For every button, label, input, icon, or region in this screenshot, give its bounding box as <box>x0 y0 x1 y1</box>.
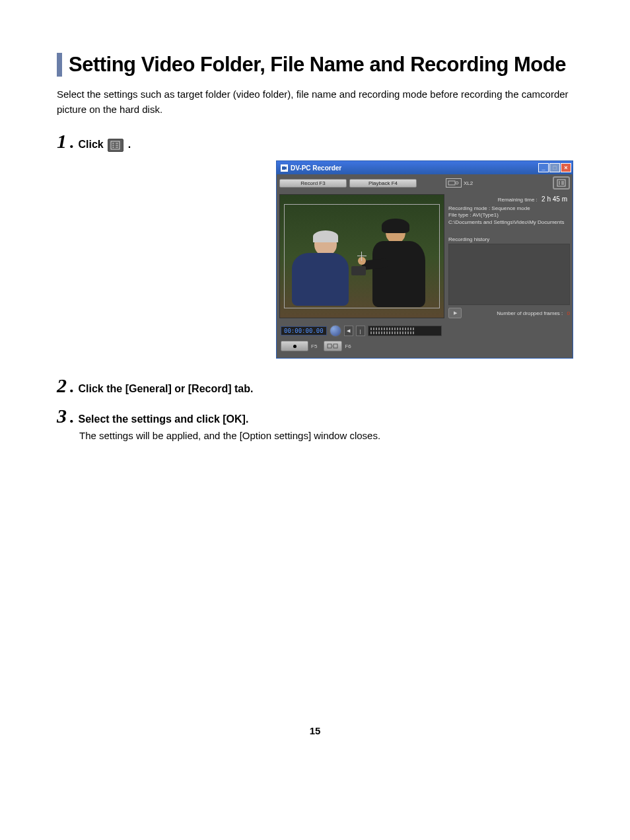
tab-playback[interactable]: Playback F4 <box>349 179 417 188</box>
split-button[interactable] <box>324 341 342 351</box>
camera-model: XL2 <box>464 180 473 186</box>
step-1-dot: . <box>70 133 75 153</box>
step-3-number: 3 <box>57 405 66 427</box>
title-block: Setting Video Folder, File Name and Reco… <box>57 53 573 77</box>
step-1-text: Click . <box>79 139 131 152</box>
dropped-frames-row: ▶ Number of dropped frames : 0 <box>448 308 570 318</box>
transport-controls: 00:00:00.00 ◀ | F5 F6 <box>277 321 573 358</box>
history-label: Recording history <box>448 236 570 242</box>
camera-indicator: XL2 <box>446 178 473 188</box>
svg-rect-19 <box>333 344 337 348</box>
info-path: C:\Documents and Settings\Video\My Docum… <box>448 219 570 226</box>
main-toolbar: Record F3 Playback F4 XL2 <box>277 174 573 192</box>
svg-rect-9 <box>448 181 455 185</box>
maximize-button[interactable]: □ <box>549 163 560 172</box>
remaining-label: Remaining time : <box>498 197 538 203</box>
step-2-number: 2 <box>57 374 66 397</box>
intro-text: Select the settings such as target folde… <box>57 87 573 117</box>
tab-record[interactable]: Record F3 <box>279 179 347 188</box>
step-2-text: Click the [General] or [Record] tab. <box>79 383 254 395</box>
step-back-button[interactable]: ◀ <box>344 326 353 336</box>
app-icon <box>281 164 288 172</box>
svg-marker-8 <box>285 166 287 170</box>
remaining-time: Remaining time : 2 h 45 m <box>448 194 570 204</box>
svg-rect-18 <box>328 344 332 348</box>
f5-label: F5 <box>311 343 317 349</box>
info-panel: Remaining time : 2 h 45 m Recording mode… <box>448 194 570 318</box>
f6-label: F6 <box>345 343 351 349</box>
step-1: 1 . Click . <box>57 130 573 153</box>
video-preview <box>279 194 444 318</box>
record-dot-icon <box>293 345 297 348</box>
record-button[interactable] <box>281 341 308 351</box>
play-history-button[interactable]: ▶ <box>448 308 462 318</box>
audio-meter <box>368 326 442 336</box>
window-controls: _ □ × <box>538 163 571 172</box>
timecode-display: 00:00:00.00 <box>281 326 327 335</box>
camera-icon <box>446 178 462 188</box>
jog-dial[interactable] <box>330 325 341 337</box>
remaining-value: 2 h 45 m <box>542 195 567 203</box>
body-area: Remaining time : 2 h 45 m Recording mode… <box>277 192 573 321</box>
recording-info: Recording mode : Sequence mode File type… <box>448 204 570 230</box>
step-3-text: Select the settings and click [OK]. <box>79 413 249 425</box>
options-button[interactable] <box>553 176 570 190</box>
dropped-value: 0 <box>567 310 570 316</box>
step-1-number: 1 <box>57 130 66 153</box>
svg-rect-0 <box>111 141 120 149</box>
window-title: DV-PC Recorder <box>291 164 538 172</box>
close-button[interactable]: × <box>561 163 571 172</box>
page-title: Setting Video Folder, File Name and Reco… <box>69 53 573 77</box>
dropped-label: Number of dropped frames : <box>497 310 563 316</box>
info-mode: Recording mode : Sequence mode <box>448 205 570 212</box>
step-3-subtext: The settings will be applied, and the [O… <box>79 430 573 441</box>
step-2-dot: . <box>70 377 75 397</box>
titlebar: DV-PC Recorder _ □ × <box>277 161 573 174</box>
svg-point-10 <box>456 182 458 184</box>
page-number: 15 <box>57 725 573 736</box>
step-fwd-button[interactable]: | <box>356 326 365 336</box>
svg-rect-7 <box>282 166 285 170</box>
options-icon <box>108 139 123 152</box>
step-3: 3 . Select the settings and click [OK]. … <box>57 405 573 441</box>
history-list[interactable] <box>448 244 570 305</box>
info-filetype: File type : AVI(Type1) <box>448 212 570 219</box>
step-2: 2 . Click the [General] or [Record] tab. <box>57 374 573 397</box>
safe-frame <box>284 204 440 308</box>
app-screenshot: DV-PC Recorder _ □ × Record F3 Playback … <box>276 160 573 359</box>
step-1-post: . <box>128 139 131 150</box>
minimize-button[interactable]: _ <box>538 163 549 172</box>
app-window: DV-PC Recorder _ □ × Record F3 Playback … <box>276 160 573 359</box>
step-3-dot: . <box>70 407 75 427</box>
step-1-pre: Click <box>79 139 107 150</box>
